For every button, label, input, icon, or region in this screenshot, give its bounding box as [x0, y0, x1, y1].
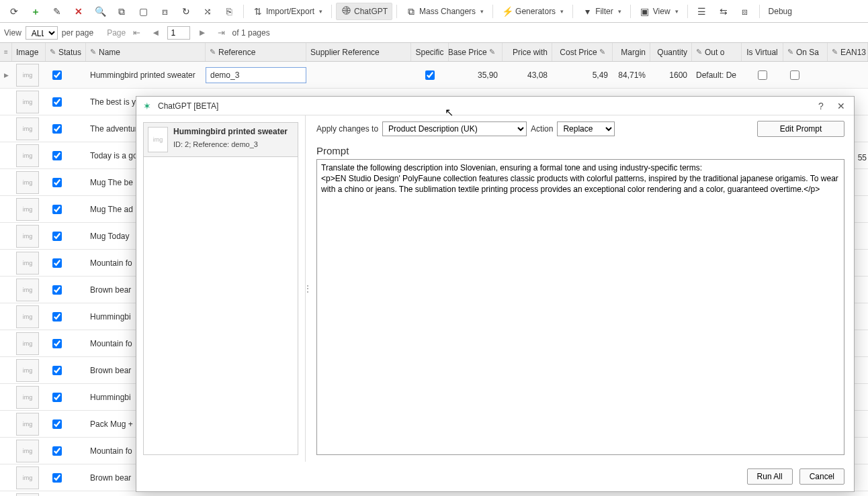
- col-supplier-reference[interactable]: Supplier Reference: [306, 43, 411, 61]
- row-expand[interactable]: [0, 384, 12, 410]
- onsale-checkbox[interactable]: [790, 70, 799, 80]
- action2-button[interactable]: ⤭: [198, 3, 218, 20]
- cell-quantity[interactable]: 1600: [650, 62, 692, 88]
- table-row[interactable]: imgHummingbi: [0, 491, 868, 496]
- status-checkbox[interactable]: [52, 97, 62, 107]
- filter-menu[interactable]: ▾ Filter: [577, 3, 626, 20]
- delete-button[interactable]: ✕: [69, 3, 89, 20]
- status-checkbox[interactable]: [52, 205, 62, 214]
- cell-price-with[interactable]: 43,08: [503, 62, 552, 88]
- refresh-button[interactable]: ⟳: [4, 3, 24, 20]
- row-expand[interactable]: [0, 464, 12, 491]
- row-expand[interactable]: [0, 142, 12, 168]
- action1-button[interactable]: ↻: [176, 3, 196, 20]
- page-size-select[interactable]: ALL: [26, 26, 58, 40]
- col-margin[interactable]: Margin: [613, 43, 650, 61]
- specific-checkbox[interactable]: [425, 70, 435, 80]
- layout1-button[interactable]: ☰: [692, 3, 712, 20]
- col-cost-price[interactable]: Cost Price ✎: [552, 43, 613, 61]
- col-status[interactable]: ✎Status: [46, 43, 86, 61]
- col-expand[interactable]: ≡: [0, 43, 12, 61]
- col-image[interactable]: Image: [12, 43, 46, 61]
- col-price-with[interactable]: Price with: [503, 43, 552, 61]
- apply-changes-select[interactable]: Product Description (UK): [382, 121, 527, 136]
- edit-prompt-button[interactable]: Edit Prompt: [757, 121, 844, 137]
- page-first-button[interactable]: ⇤: [130, 26, 144, 39]
- cell-reference[interactable]: demo_3: [206, 67, 306, 83]
- debug-button[interactable]: Debug: [764, 3, 797, 20]
- cell-margin[interactable]: 84,71%: [613, 62, 650, 88]
- status-checkbox[interactable]: [52, 258, 62, 268]
- status-checkbox[interactable]: [52, 151, 62, 160]
- layout2-button[interactable]: ⇆: [713, 3, 734, 20]
- status-checkbox[interactable]: [52, 312, 62, 321]
- table-row[interactable]: ▶imgHummingbird printed sweaterdemo_335,…: [0, 62, 868, 89]
- row-expand[interactable]: [0, 411, 12, 437]
- status-checkbox[interactable]: [52, 419, 62, 429]
- modal-titlebar[interactable]: ✶ ChatGPT [BETA] ? ✕: [136, 97, 854, 115]
- status-checkbox[interactable]: [52, 473, 62, 483]
- mass-changers-menu[interactable]: ⧉ Mass Changers: [401, 3, 488, 20]
- status-checkbox[interactable]: [52, 232, 62, 241]
- cell-supplier-reference[interactable]: [306, 62, 411, 88]
- col-specific[interactable]: Specific: [411, 43, 449, 61]
- cell-ean13[interactable]: [828, 62, 868, 88]
- page-prev-button[interactable]: ◄: [148, 26, 163, 39]
- row-expand[interactable]: [0, 491, 12, 496]
- copy-button[interactable]: ⧉: [112, 3, 132, 20]
- col-is-virtual[interactable]: Is Virtual: [742, 43, 783, 61]
- action-select[interactable]: Replace: [557, 121, 615, 136]
- page-next-button[interactable]: ►: [194, 26, 210, 39]
- virtual-checkbox[interactable]: [758, 70, 767, 80]
- run-all-button[interactable]: Run All: [747, 468, 793, 485]
- action3-button[interactable]: ⎘: [219, 3, 239, 20]
- cell-name[interactable]: Hummingbi: [86, 491, 206, 496]
- import-export-menu[interactable]: ⇅ Import/Export: [248, 3, 327, 20]
- row-expand[interactable]: [0, 303, 12, 330]
- status-checkbox[interactable]: [52, 393, 62, 402]
- cell-cost-price[interactable]: 5,49: [552, 62, 613, 88]
- status-checkbox[interactable]: [52, 339, 62, 348]
- col-name[interactable]: ✎Name: [86, 43, 206, 61]
- row-expand[interactable]: [0, 196, 12, 222]
- cell-base-price[interactable]: 35,90: [449, 62, 503, 88]
- row-expand[interactable]: [0, 357, 12, 383]
- chatgpt-button[interactable]: ChatGPT: [336, 3, 392, 20]
- row-expand[interactable]: [0, 115, 12, 142]
- add-button[interactable]: ＋: [26, 3, 46, 20]
- generators-menu[interactable]: ⚡ Generators: [497, 3, 568, 20]
- cell-out-of[interactable]: Default: De: [692, 62, 742, 88]
- page-last-button[interactable]: ⇥: [214, 26, 228, 39]
- page-number-input[interactable]: [167, 26, 190, 40]
- help-button[interactable]: ?: [814, 101, 828, 111]
- close-button[interactable]: ✕: [834, 101, 849, 111]
- row-expand[interactable]: [0, 89, 12, 115]
- row-expand[interactable]: [0, 223, 12, 249]
- col-base-price[interactable]: Base Price ✎: [449, 43, 503, 61]
- selected-product-item[interactable]: img Hummingbird printed sweater ID: 2; R…: [143, 122, 298, 157]
- status-checkbox[interactable]: [52, 366, 62, 375]
- row-expand[interactable]: ▶: [0, 62, 12, 88]
- row-expand[interactable]: [0, 169, 12, 195]
- search-button[interactable]: 🔍: [90, 3, 110, 20]
- paste-special-button[interactable]: ⧈: [155, 3, 175, 20]
- status-checkbox[interactable]: [52, 285, 62, 295]
- status-checkbox[interactable]: [52, 446, 62, 456]
- col-quantity[interactable]: Quantity: [650, 43, 692, 61]
- paste-button[interactable]: ▢: [133, 3, 153, 20]
- row-expand[interactable]: [0, 438, 12, 464]
- col-ean13[interactable]: ✎EAN13: [828, 43, 868, 61]
- row-expand[interactable]: [0, 330, 12, 356]
- status-checkbox[interactable]: [52, 178, 62, 187]
- row-expand[interactable]: [0, 277, 12, 303]
- edit-button[interactable]: ✎: [47, 3, 67, 20]
- layout3-button[interactable]: ⧇: [735, 3, 755, 20]
- status-checkbox[interactable]: [52, 70, 62, 80]
- row-expand[interactable]: [0, 250, 12, 276]
- status-checkbox[interactable]: [52, 124, 62, 134]
- col-on-sale[interactable]: ✎On Sa: [783, 43, 828, 61]
- cancel-button[interactable]: Cancel: [799, 468, 844, 485]
- cell-name[interactable]: Hummingbird printed sweater: [86, 62, 206, 88]
- col-reference[interactable]: ✎Reference: [206, 43, 306, 61]
- cell-reference[interactable]: [206, 491, 306, 496]
